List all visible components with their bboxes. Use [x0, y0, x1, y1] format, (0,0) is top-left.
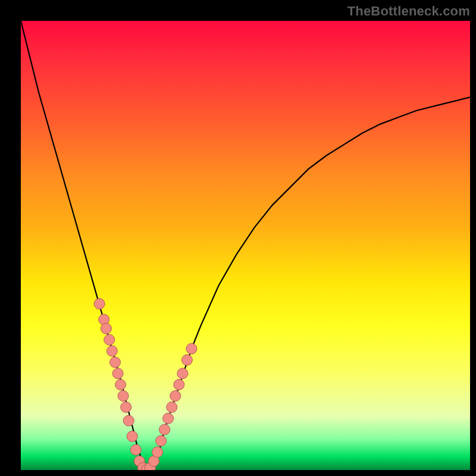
scatter-dot: [170, 390, 181, 401]
scatter-dot: [127, 431, 137, 441]
scatter-dot: [159, 424, 170, 435]
scatter-dot: [118, 390, 129, 401]
chart-stage: TheBottleneck.com: [0, 0, 476, 476]
scatter-dot: [107, 346, 117, 356]
scatter-dot: [163, 413, 174, 424]
scatter-dots-group: [94, 299, 197, 470]
scatter-dot: [123, 415, 134, 426]
scatter-dot: [181, 355, 192, 365]
scatter-dot: [104, 334, 115, 345]
scatter-dot: [186, 343, 197, 354]
scatter-dot: [152, 447, 163, 458]
scatter-dot: [156, 436, 167, 446]
scatter-dot: [174, 380, 184, 390]
scatter-dot: [130, 444, 141, 455]
scatter-dot: [112, 368, 123, 379]
scatter-dot: [110, 357, 121, 368]
scatter-dot: [177, 368, 188, 379]
scatter-dot: [115, 380, 126, 390]
scatter-dot: [167, 402, 177, 412]
chart-overlay-svg: [21, 21, 470, 470]
scatter-dot: [94, 299, 105, 309]
scatter-dot: [101, 323, 111, 334]
watermark-text: TheBottleneck.com: [347, 4, 470, 19]
scatter-dot: [121, 402, 131, 412]
bottleneck-curve: [21, 21, 470, 470]
